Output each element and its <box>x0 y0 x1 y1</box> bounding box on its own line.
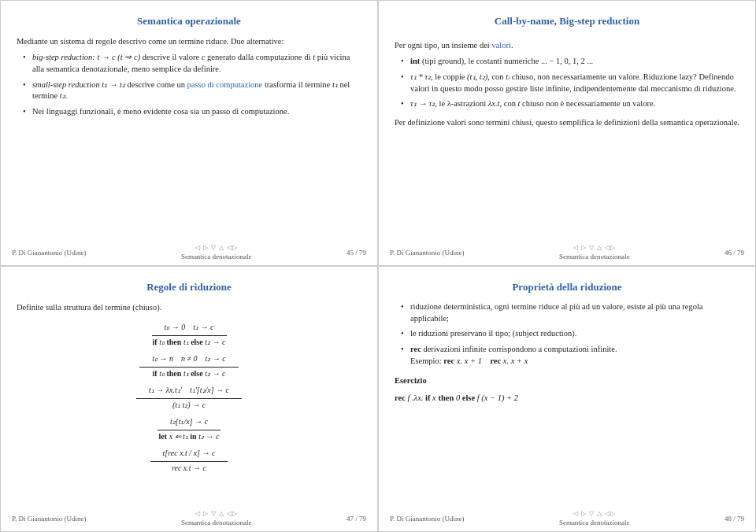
bullet-br-2: le riduzioni preservano il tipo; (subjec… <box>401 328 739 340</box>
footer-left-1: P. Di Gianantonio (Udine) <box>12 249 87 257</box>
rule-3-den: (t₁ t₂) → c <box>172 399 206 412</box>
slide-footer-bottom-left: P. Di Gianantonio (Udine) ◁ ▷ ▽ △ ◁▷ Sem… <box>1 510 377 526</box>
footer-center-4: ◁ ▷ ▽ △ ◁▷ Semantica denotazionale <box>559 510 630 526</box>
bullet-right-2: τ₁ * τ₂, le coppie (t₁, t₂), con tᵢ chiu… <box>401 72 739 94</box>
closing-text: Per definizione valori sono termini chiu… <box>395 116 739 128</box>
slide-footer-top-left: P. Di Gianantonio (Udine) ◁ ▷ ▽ △ ◁▷ Sem… <box>1 244 377 260</box>
footer-center-3: ◁ ▷ ▽ △ ◁▷ Semantica denotazionale <box>181 510 252 526</box>
intro-text: Mediante un sistema di regole descrivo c… <box>17 35 361 47</box>
rule-1-num: t₀ → 0 t₁ → c <box>152 321 227 336</box>
subtitle-bottom-left: Definite sulla struttura del termine (ch… <box>17 301 361 313</box>
nav-dots-4: ◁ ▷ ▽ △ ◁▷ <box>573 510 616 517</box>
bullet-list-bottom-right: riduzione deterministica, ogni termine r… <box>395 301 739 367</box>
rule-5-num: t[rec x.t / x] → c <box>150 447 228 462</box>
footer-center-2: ◁ ▷ ▽ △ ◁▷ Semantica denotazionale <box>559 244 630 260</box>
slides-container: Semantica operazionale Mediante un siste… <box>0 0 756 532</box>
rule-4-num: t₂[t₁/x] → c <box>158 416 220 430</box>
bullet-br-1: riduzione deterministica, ogni termine r… <box>401 301 739 324</box>
bullet-item-1: big-step reduction: t → c (t ⇒ c) descri… <box>23 52 361 75</box>
bullet-right-1: int (tipi ground), le costanti numeriche… <box>401 56 739 68</box>
footer-center-label-2: Semantica denotazionale <box>559 253 630 260</box>
rule-2: t₀ → n n ≠ 0 t₂ → c if t₀ then t₁ else t… <box>17 353 361 379</box>
footer-page-3: 47 / 79 <box>346 515 366 523</box>
bullet-list-top-right: int (tipi ground), le costanti numeriche… <box>395 56 739 110</box>
footer-page-1: 45 / 79 <box>346 249 366 257</box>
bullet-br-3: rec derivazioni infinite corrispondono a… <box>401 344 739 367</box>
nav-dots-1: ◁ ▷ ▽ △ ◁▷ <box>195 244 238 251</box>
footer-center-label-1: Semantica denotazionale <box>181 253 252 260</box>
rule-2-num: t₀ → n n ≠ 0 t₂ → c <box>139 353 238 368</box>
slide-title-bottom-left: Regole di riduzione <box>17 281 361 294</box>
slide-title-top-left: Semantica operazionale <box>17 15 361 28</box>
bullet-item-3: Nei linguaggi funzionali, è meno evident… <box>23 106 361 118</box>
footer-page-4: 48 / 79 <box>724 515 744 523</box>
slide-footer-bottom-right: P. Di Gianantonio (Udine) ◁ ▷ ▽ △ ◁▷ Sem… <box>379 510 755 526</box>
footer-left-2: P. Di Gianantonio (Udine) <box>390 249 465 257</box>
nav-dots-2: ◁ ▷ ▽ △ ◁▷ <box>573 244 616 251</box>
rule-1: t₀ → 0 t₁ → c if t₀ then t₁ else t₂ → c <box>17 321 361 348</box>
slide-footer-top-right: P. Di Gianantonio (Udine) ◁ ▷ ▽ △ ◁▷ Sem… <box>379 244 755 260</box>
intro-text-right: Per ogni tipo, un insieme dei valori. <box>395 39 739 51</box>
footer-page-2: 46 / 79 <box>724 249 744 257</box>
rule-1-den: if t₀ then t₁ else t₂ → c <box>153 336 226 349</box>
footer-left-4: P. Di Gianantonio (Udine) <box>390 515 465 523</box>
slide-bottom-right: Proprietà della riduzione riduzione dete… <box>378 266 756 532</box>
slide-content-bottom-left: Definite sulla struttura del termine (ch… <box>17 301 361 474</box>
footer-center-label-4: Semantica denotazionale <box>559 519 630 526</box>
bullet-right-3: τ₁ → τ₂, le λ-astrazioni λx.t, con t chi… <box>401 98 739 110</box>
exercise-label: Esercizio <box>395 375 739 386</box>
rule-5-den: rec x.t → c <box>172 462 206 475</box>
rule-2-den: if t₀ then t₁ else t₂ → c <box>153 368 226 380</box>
slide-bottom-left: Regole di riduzione Definite sulla strut… <box>0 266 378 532</box>
nav-dots-3: ◁ ▷ ▽ △ ◁▷ <box>195 510 238 517</box>
slide-content-top-left: Mediante un sistema di regole descrivo c… <box>17 35 361 118</box>
rule-4-den: let x ⇐ t₁ in t₂ → c <box>159 430 220 443</box>
bullet-item-2: small-step reduction t₁ → t₂ descrive co… <box>23 79 361 102</box>
slide-top-right: Call-by-name, Big-step reduction Per ogn… <box>378 0 756 266</box>
slide-title-bottom-right: Proprietà della riduzione <box>395 281 739 294</box>
slide-content-top-right: Per ogni tipo, un insieme dei valori. in… <box>395 35 739 128</box>
footer-center-label-3: Semantica denotazionale <box>181 519 252 526</box>
rule-5: t[rec x.t / x] → c rec x.t → c <box>17 447 361 474</box>
rule-4: t₂[t₁/x] → c let x ⇐ t₁ in t₂ → c <box>17 416 361 442</box>
exercise-text: rec f .λx. if x then 0 else f (x − 1) + … <box>395 392 739 404</box>
rule-3-num: t₁ → λx.t₁' t₁'[t₂/x] → c <box>136 384 242 399</box>
slide-title-top-right: Call-by-name, Big-step reduction <box>395 15 739 28</box>
footer-left-3: P. Di Gianantonio (Udine) <box>12 515 87 523</box>
rule-3: t₁ → λx.t₁' t₁'[t₂/x] → c (t₁ t₂) → c <box>17 384 361 411</box>
bullet-list-top-left: big-step reduction: t → c (t ⇒ c) descri… <box>17 52 361 117</box>
slide-top-left: Semantica operazionale Mediante un siste… <box>0 0 378 266</box>
slide-content-bottom-right: riduzione deterministica, ogni termine r… <box>395 301 739 404</box>
footer-center-1: ◁ ▷ ▽ △ ◁▷ Semantica denotazionale <box>181 244 252 260</box>
